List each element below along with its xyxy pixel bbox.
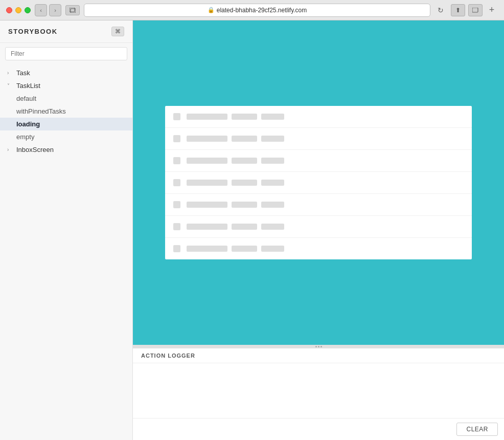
skeleton-block	[232, 114, 257, 120]
skeleton-row	[165, 106, 472, 128]
skeleton-block	[261, 114, 284, 120]
skeleton-checkbox	[173, 135, 180, 142]
skeleton-row	[165, 172, 472, 194]
minimize-button[interactable]	[15, 7, 21, 13]
url-text: elated-bhabha-29cf25.netlify.com	[217, 7, 307, 14]
traffic-lights	[6, 7, 31, 13]
action-logger: ACTION LOGGER CLEAR	[133, 348, 504, 440]
skeleton-block	[232, 202, 257, 208]
refresh-button[interactable]: ↻	[434, 4, 447, 16]
tabs-button[interactable]	[468, 4, 483, 16]
skeleton-block	[232, 136, 257, 142]
skeleton-block	[187, 136, 227, 142]
sidebar-item-withpinnedtasks[interactable]: withPinnedTasks	[0, 105, 132, 118]
action-logger-body	[133, 363, 504, 418]
skeleton-row	[165, 150, 472, 172]
share-button[interactable]: ⬆	[451, 4, 465, 16]
loading-card	[165, 106, 472, 259]
main-content: ACTION LOGGER CLEAR	[133, 20, 504, 440]
resize-dots	[315, 346, 322, 347]
sidebar-nav: › Task ˅ TaskList default withPinnedTask…	[0, 64, 132, 440]
window-mode-button[interactable]	[65, 5, 80, 15]
skeleton-block	[232, 246, 257, 252]
skeleton-block	[232, 158, 257, 164]
lock-icon: 🔒	[208, 7, 215, 13]
canvas-area	[133, 20, 504, 345]
skeleton-text	[187, 158, 284, 164]
back-button[interactable]: ‹	[35, 4, 47, 16]
app-layout: STORYBOOK ⌘ › Task ˅ TaskList default wi…	[0, 20, 504, 440]
sidebar-header: STORYBOOK ⌘	[0, 20, 132, 43]
skeleton-checkbox	[173, 245, 180, 252]
close-button[interactable]	[6, 7, 12, 13]
skeleton-checkbox	[173, 157, 180, 164]
skeleton-block	[261, 136, 284, 142]
nav-buttons: ‹ ›	[35, 4, 61, 16]
skeleton-block	[187, 224, 227, 230]
skeleton-checkbox	[173, 201, 180, 208]
browser-chrome: ‹ › 🔒 elated-bhabha-29cf25.netlify.com ↻…	[0, 0, 504, 20]
skeleton-text	[187, 180, 284, 186]
filter-input[interactable]	[5, 47, 127, 60]
skeleton-block	[261, 180, 284, 186]
svg-rect-2	[472, 8, 478, 12]
clear-button[interactable]: CLEAR	[456, 423, 498, 436]
action-logger-header: ACTION LOGGER	[133, 348, 504, 363]
chevron-right-icon: ›	[7, 70, 13, 76]
skeleton-block	[187, 114, 227, 120]
sidebar-item-empty[interactable]: empty	[0, 130, 132, 143]
chevron-down-icon: ˅	[7, 83, 13, 89]
new-tab-button[interactable]: +	[486, 4, 498, 16]
sidebar-item-tasklist[interactable]: ˅ TaskList	[0, 79, 132, 92]
skeleton-text	[187, 246, 284, 252]
skeleton-block	[232, 180, 257, 186]
chevron-right-icon-2: ›	[7, 147, 13, 152]
tasklist-children: default withPinnedTasks loading empty	[0, 92, 132, 143]
skeleton-text	[187, 202, 284, 208]
skeleton-block	[187, 180, 227, 186]
sidebar-item-default[interactable]: default	[0, 92, 132, 105]
maximize-button[interactable]	[25, 7, 31, 13]
sidebar-item-inboxscreen[interactable]: › InboxScreen	[0, 143, 132, 156]
skeleton-row	[165, 194, 472, 216]
sidebar-shortcut: ⌘	[111, 27, 124, 36]
action-logger-footer: CLEAR	[133, 418, 504, 440]
sidebar-item-inboxscreen-label: InboxScreen	[16, 146, 54, 153]
skeleton-checkbox	[173, 223, 180, 230]
skeleton-checkbox	[173, 113, 180, 120]
sidebar: STORYBOOK ⌘ › Task ˅ TaskList default wi…	[0, 20, 133, 440]
toolbar-right: ⬆ +	[451, 4, 498, 16]
sidebar-item-task-label: Task	[16, 69, 30, 77]
skeleton-block	[187, 202, 227, 208]
skeleton-block	[232, 224, 257, 230]
skeleton-block	[261, 246, 284, 252]
skeleton-checkbox	[173, 179, 180, 186]
skeleton-row	[165, 128, 472, 150]
skeleton-block	[261, 224, 284, 230]
address-bar[interactable]: 🔒 elated-bhabha-29cf25.netlify.com	[84, 4, 430, 17]
sidebar-item-loading[interactable]: loading	[0, 118, 132, 130]
forward-button[interactable]: ›	[49, 4, 61, 16]
skeleton-block	[261, 202, 284, 208]
skeleton-block	[187, 246, 227, 252]
skeleton-row	[165, 238, 472, 259]
sidebar-item-task[interactable]: › Task	[0, 67, 132, 79]
skeleton-block	[187, 158, 227, 164]
skeleton-row	[165, 216, 472, 238]
skeleton-block	[261, 158, 284, 164]
sidebar-title: STORYBOOK	[8, 28, 58, 35]
skeleton-text	[187, 136, 284, 142]
sidebar-item-tasklist-label: TaskList	[16, 82, 40, 90]
skeleton-text	[187, 114, 284, 120]
skeleton-text	[187, 224, 284, 230]
